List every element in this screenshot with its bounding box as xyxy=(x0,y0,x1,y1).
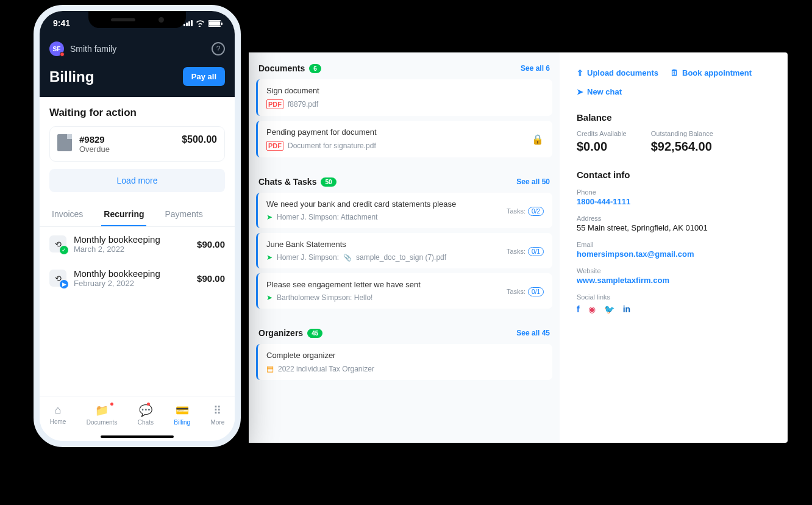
wifi-icon xyxy=(196,20,205,27)
action-label: Upload documents xyxy=(587,68,658,77)
list-item[interactable]: ⟲✓ Monthly bookkeeping March 2, 2022 $90… xyxy=(40,227,235,261)
item-date: March 2, 2022 xyxy=(74,245,190,254)
seeall-chats[interactable]: See all 50 xyxy=(516,177,550,186)
item-title: Monthly bookkeeping xyxy=(74,268,190,279)
tasks-label: Tasks: xyxy=(507,207,525,215)
folder-icon: 📁 xyxy=(95,404,109,417)
play-badge-icon: ▶ xyxy=(60,280,68,288)
count-badge: 6 xyxy=(309,64,321,73)
document-card[interactable]: Sign document PDFf8879.pdf xyxy=(256,79,552,116)
tab-recurring[interactable]: Recurring xyxy=(101,203,146,226)
avatar-initials: SF xyxy=(53,46,61,52)
count-badge: 50 xyxy=(321,177,336,187)
organizer-card[interactable]: Complete organizer ▤2022 individual Tax … xyxy=(256,344,552,380)
item-amount: $90.00 xyxy=(197,239,225,249)
seeall-documents[interactable]: See all 6 xyxy=(521,64,550,73)
payall-button[interactable]: Pay all xyxy=(183,67,225,86)
calendar-icon: 🗓 xyxy=(671,68,678,77)
phone-link[interactable]: 1800-444-1111 xyxy=(577,197,771,206)
home-icon: ⌂ xyxy=(55,404,62,417)
tabbar-home[interactable]: ⌂Home xyxy=(50,404,66,425)
tabbar-label: Chats xyxy=(138,419,154,426)
chat-card[interactable]: June Bank Statements ➤Homer J. Simpson:📎… xyxy=(256,233,552,268)
send-icon: ➤ xyxy=(266,213,272,221)
list-item[interactable]: ⟲▶ Monthly bookkeeping February 2, 2022 … xyxy=(40,261,235,295)
tab-payments[interactable]: Payments xyxy=(162,203,205,226)
pdf-icon: PDF xyxy=(266,99,283,109)
action-label: Book appointment xyxy=(682,68,752,77)
website-link[interactable]: www.sampletaxfirm.com xyxy=(577,276,771,285)
instagram-icon[interactable]: ◉ xyxy=(588,304,596,314)
send-icon: ➤ xyxy=(266,293,272,302)
email-link[interactable]: homersimpson.tax@gmail.com xyxy=(577,249,771,259)
billing-tabs: Invoices Recurring Payments xyxy=(40,203,235,227)
website-label: Website xyxy=(577,267,771,274)
waiting-title: Waiting for action xyxy=(40,97,235,126)
chat-card[interactable]: Please see engagement letter we have sen… xyxy=(256,273,552,309)
tabbar-documents[interactable]: 📁Documents xyxy=(87,404,118,426)
new-chat-button[interactable]: ➤New chat xyxy=(577,87,622,96)
item-title: Monthly bookkeeping xyxy=(74,234,190,245)
tabbar-billing[interactable]: 💳Billing xyxy=(174,404,190,426)
user-name[interactable]: Smith family xyxy=(70,44,205,54)
recurring-icon: ⟲▶ xyxy=(49,270,66,287)
chat-card[interactable]: We need your bank and credit card statem… xyxy=(256,193,552,228)
card-file: f8879.pdf xyxy=(288,100,318,109)
attachment-icon: 📎 xyxy=(343,254,352,262)
section-title-documents: Documents xyxy=(258,63,305,73)
battery-icon xyxy=(208,20,221,27)
phone-header: SF Smith family ? Billing Pay all xyxy=(40,35,235,97)
card-title: June Bank Statements xyxy=(266,240,446,249)
home-indicator xyxy=(101,435,174,438)
send-icon: ➤ xyxy=(577,87,583,96)
recurring-icon: ⟲✓ xyxy=(49,235,66,253)
desktop-panel: Documents6 See all 6 Sign document PDFf8… xyxy=(249,52,788,443)
linkedin-icon[interactable]: in xyxy=(623,304,630,314)
notification-dot-icon xyxy=(60,52,65,57)
upload-documents-button[interactable]: ⇪Upload documents xyxy=(577,68,658,77)
twitter-icon[interactable]: 🐦 xyxy=(604,304,614,314)
section-title-chats: Chats & Tasks xyxy=(258,177,316,187)
notification-dot-icon xyxy=(147,403,150,406)
seeall-organizers[interactable]: See all 45 xyxy=(516,329,550,337)
document-card[interactable]: Pending payment for document PDFDocument… xyxy=(256,121,552,157)
action-label: New chat xyxy=(587,87,622,96)
invoice-status: Overdue xyxy=(79,145,174,154)
organizer-icon: ▤ xyxy=(266,364,274,373)
card-title: Sign document xyxy=(266,86,544,95)
item-amount: $90.00 xyxy=(197,273,225,284)
help-icon[interactable]: ? xyxy=(212,42,225,56)
tabbar-label: Billing xyxy=(174,419,190,426)
phone-notch xyxy=(88,11,186,28)
tabbar: ⌂Home 📁Documents 💬Chats 💳Billing ⠿More xyxy=(40,396,235,441)
loadmore-button[interactable]: Load more xyxy=(49,169,225,192)
facebook-icon[interactable]: f xyxy=(577,304,580,314)
billing-icon: 💳 xyxy=(176,404,189,417)
card-title: Please see engagement letter we have sen… xyxy=(266,280,421,289)
credits-value: $0.00 xyxy=(577,140,627,154)
lock-icon: 🔒 xyxy=(532,134,544,145)
card-title: Pending payment for document xyxy=(266,127,377,137)
email-label: Email xyxy=(577,241,771,248)
balance-title: Balance xyxy=(577,112,771,123)
status-icons xyxy=(183,20,221,27)
phone-body: Waiting for action #9829 Overdue $500.00… xyxy=(40,97,235,423)
book-appointment-button[interactable]: 🗓Book appointment xyxy=(671,68,752,77)
tasks-badge: 0/2 xyxy=(528,207,544,216)
card-file: 2022 individual Tax Organizer xyxy=(278,365,374,373)
avatar[interactable]: SF xyxy=(49,41,64,56)
card-sub: Homer J. Simpson: Attachment xyxy=(277,213,377,221)
tasks-label: Tasks: xyxy=(507,248,525,255)
tabbar-chats[interactable]: 💬Chats xyxy=(138,404,154,426)
tabbar-more[interactable]: ⠿More xyxy=(210,404,224,426)
tasks-badge: 0/1 xyxy=(528,247,544,256)
invoice-card[interactable]: #9829 Overdue $500.00 xyxy=(49,126,225,162)
status-time: 9:41 xyxy=(53,18,70,28)
attachment-name: sample_doc_to_sign (7).pdf xyxy=(356,253,446,262)
tabbar-label: More xyxy=(210,419,224,426)
file-icon xyxy=(57,134,72,151)
address-label: Address xyxy=(577,215,771,222)
card-title: Complete organizer xyxy=(266,351,544,360)
tab-invoices[interactable]: Invoices xyxy=(49,203,85,226)
card-sub: Homer J. Simpson: xyxy=(277,253,339,262)
